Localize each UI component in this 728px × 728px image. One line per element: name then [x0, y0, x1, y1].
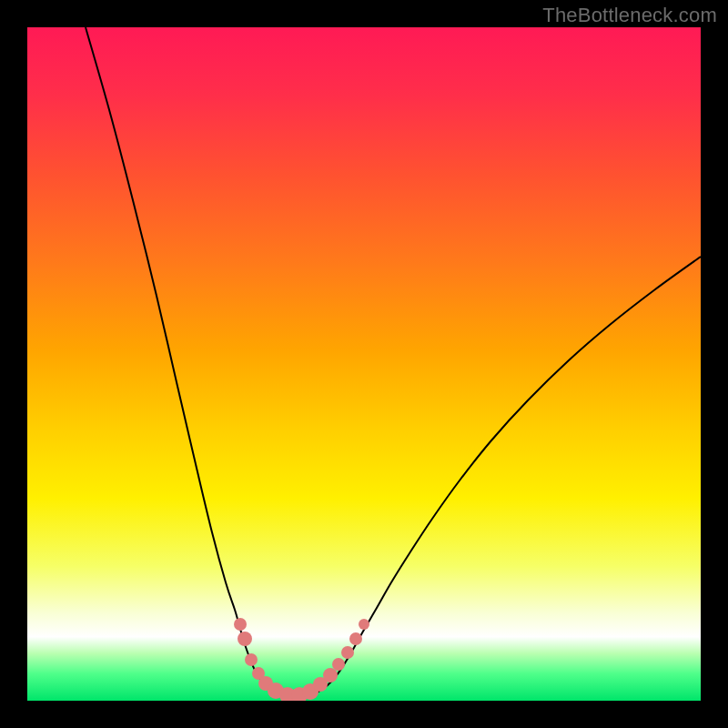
data-marker: [234, 618, 247, 631]
curve-layer: [27, 27, 701, 701]
marker-group: [234, 618, 369, 701]
data-marker: [359, 619, 369, 630]
data-marker: [349, 632, 362, 645]
data-marker: [323, 668, 338, 682]
curve-right-branch: [291, 257, 701, 699]
watermark-text: TheBottleneck.com: [542, 4, 717, 27]
curve-left-branch: [86, 27, 291, 699]
data-marker: [341, 646, 354, 659]
plot-area: [27, 27, 701, 701]
data-marker: [238, 632, 252, 646]
outer-frame: TheBottleneck.com: [0, 0, 728, 728]
data-marker: [245, 653, 258, 666]
data-marker: [332, 658, 345, 671]
